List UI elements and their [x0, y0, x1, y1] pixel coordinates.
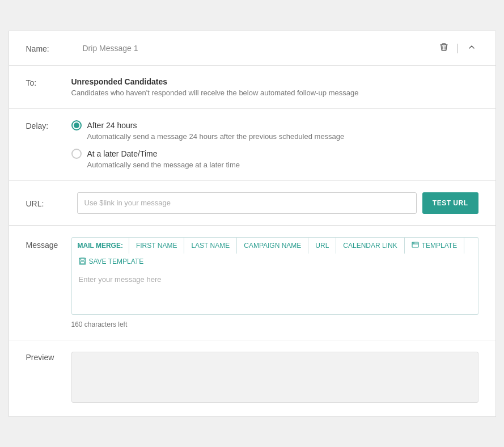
mail-merge-bar: MAIL MERGE: FIRST NAME LAST NAME CAMPAIG…	[71, 237, 478, 269]
message-section: Message MAIL MERGE: FIRST NAME LAST NAME…	[9, 226, 495, 340]
message-textarea[interactable]	[71, 269, 478, 315]
to-label: To:	[26, 77, 71, 87]
message-label: Message	[26, 237, 71, 250]
to-section: To: Unresponded Candidates Candidates wh…	[9, 66, 495, 109]
mail-merge-label: MAIL MERGE:	[72, 238, 129, 254]
radio-after24-desc: Automatically send a message 24 hours af…	[87, 132, 478, 141]
message-content: MAIL MERGE: FIRST NAME LAST NAME CAMPAIG…	[71, 237, 478, 328]
to-description: Candidates who haven't responded will re…	[71, 88, 478, 97]
url-row: URL: TEST URL	[26, 192, 478, 214]
merge-btn-firstname[interactable]: FIRST NAME	[129, 238, 184, 254]
name-actions: |	[437, 41, 478, 55]
url-label: URL:	[26, 198, 71, 208]
radio-later-label: At a later Date/Time	[87, 149, 158, 158]
to-title: Unresponded Candidates	[71, 77, 478, 86]
delay-content: After 24 hours Automatically send a mess…	[71, 120, 478, 169]
merge-btn-campaign[interactable]: CAMPAIGN NAME	[237, 238, 308, 254]
preview-section: Preview	[9, 340, 495, 416]
delete-button[interactable]	[437, 41, 451, 55]
delay-label: Delay:	[26, 120, 71, 130]
svg-rect-0	[412, 242, 418, 247]
radio-later-desc: Automatically send the message at a late…	[87, 161, 478, 169]
test-url-button[interactable]: TEST URL	[422, 192, 478, 214]
delay-row: Delay: After 24 hours Automatically send…	[26, 120, 478, 169]
merge-btn-calendar[interactable]: CALENDAR LINK	[336, 238, 404, 254]
radio-item-later: At a later Date/Time Automatically send …	[71, 149, 478, 169]
preview-label: Preview	[26, 352, 71, 362]
radio-after24[interactable]	[71, 120, 82, 130]
merge-btn-url[interactable]: URL	[308, 238, 336, 254]
preview-row: Preview	[26, 352, 478, 403]
delay-section: Delay: After 24 hours Automatically send…	[9, 109, 495, 181]
preview-box	[71, 352, 478, 403]
drip-message-card: Name: Drip Message 1 | To: Unresponded C…	[9, 31, 496, 417]
svg-rect-5	[81, 262, 84, 264]
collapse-button[interactable]	[465, 41, 478, 55]
merge-btn-save-template[interactable]: SAVE TEMPLATE	[72, 254, 151, 269]
name-section: Name: Drip Message 1 |	[9, 31, 495, 66]
url-section: URL: TEST URL	[9, 181, 495, 226]
svg-rect-4	[81, 258, 84, 260]
merge-btn-template[interactable]: TEMPLATE	[405, 238, 464, 254]
radio-later[interactable]	[71, 149, 82, 159]
template-btn-label: TEMPLATE	[422, 242, 457, 250]
radio-label-row-1: After 24 hours	[71, 120, 478, 130]
merge-btn-lastname[interactable]: LAST NAME	[184, 238, 237, 254]
divider: |	[456, 42, 459, 54]
radio-after24-label: After 24 hours	[87, 121, 137, 130]
name-value: Drip Message 1	[83, 44, 138, 53]
radio-group: After 24 hours Automatically send a mess…	[71, 120, 478, 169]
message-row: Message MAIL MERGE: FIRST NAME LAST NAME…	[26, 237, 478, 328]
url-input[interactable]	[77, 192, 417, 214]
radio-item-after24: After 24 hours Automatically send a mess…	[71, 120, 478, 141]
save-template-btn-label: SAVE TEMPLATE	[89, 258, 144, 265]
name-left: Name: Drip Message 1	[26, 43, 138, 53]
radio-label-row-2: At a later Date/Time	[71, 149, 478, 159]
name-label: Name:	[26, 43, 71, 53]
char-count: 160 characters left	[71, 321, 478, 328]
to-content: Unresponded Candidates Candidates who ha…	[71, 77, 478, 97]
to-row: To: Unresponded Candidates Candidates wh…	[26, 77, 478, 97]
